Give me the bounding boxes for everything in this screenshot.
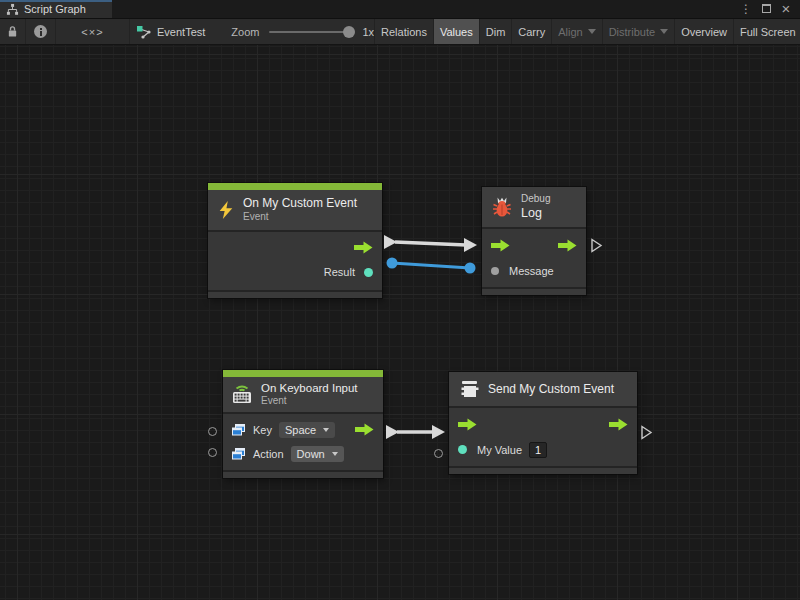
node-title: On Keyboard Input xyxy=(261,381,358,395)
action-port-label: Action xyxy=(253,448,284,460)
node-footer xyxy=(208,290,382,298)
toolbar-left-group: <×> xyxy=(0,19,130,44)
toolbar-button-align[interactable]: Align xyxy=(551,19,601,44)
node-category: Debug xyxy=(521,193,550,206)
toolbar-button-relations[interactable]: Relations xyxy=(374,19,433,44)
lock-icon xyxy=(7,25,18,38)
graph-name: EventTest xyxy=(157,26,205,38)
unconnected-input-indicator[interactable] xyxy=(434,449,443,458)
window-controls: ⋮ × xyxy=(739,0,800,18)
flow-output-port[interactable] xyxy=(609,418,628,431)
tab-script-graph[interactable]: Script Graph xyxy=(0,0,112,18)
dropdown-arrow-icon xyxy=(588,29,596,34)
my-value-label: My Value xyxy=(477,444,522,456)
graph-hierarchy-icon xyxy=(6,3,19,16)
my-value-port[interactable] xyxy=(458,445,467,454)
window-close-icon[interactable]: × xyxy=(779,3,793,15)
flow-output-port[interactable] xyxy=(355,423,374,436)
zoom-value: 1x xyxy=(362,26,374,38)
toolbar-button-distribute[interactable]: Distribute xyxy=(602,19,674,44)
toolbar-button-dim[interactable]: Dim xyxy=(479,19,512,44)
dropdown-arrow-icon xyxy=(332,452,338,456)
node-debug-log[interactable]: Debug Log Message xyxy=(482,187,586,295)
graph-nodes-icon xyxy=(136,25,152,39)
zoom-slider-handle[interactable] xyxy=(343,26,355,38)
graph-breadcrumb[interactable]: EventTest xyxy=(136,25,205,39)
script-graph-window: Script Graph ⋮ × <×> xyxy=(0,0,800,600)
active-tab-indicator xyxy=(0,0,112,2)
flow-output-port[interactable] xyxy=(354,241,373,254)
node-header: On My Custom Event Event xyxy=(208,190,382,232)
keyboard-icon xyxy=(231,383,253,405)
node-send-my-custom-event[interactable]: Send My Custom Event My Value 1 xyxy=(449,372,637,474)
node-footer xyxy=(223,470,383,478)
dropdown-arrow-icon xyxy=(660,29,668,34)
dropdown-arrow-icon xyxy=(323,428,329,432)
info-icon xyxy=(34,25,47,38)
node-subtitle: Event xyxy=(243,211,357,224)
node-footer xyxy=(449,466,637,474)
unconnected-flow-indicator[interactable] xyxy=(640,425,653,440)
zoom-slider[interactable] xyxy=(269,31,353,33)
graph-toolbar: <×> EventTest Zoom 1x Relations Values D… xyxy=(0,19,800,45)
result-port-label: Result xyxy=(324,266,355,278)
flow-output-port[interactable] xyxy=(558,239,577,252)
node-header: Debug Log xyxy=(482,187,586,229)
node-on-keyboard-input[interactable]: On Keyboard Input Event Key Space xyxy=(223,370,383,478)
node-on-my-custom-event[interactable]: On My Custom Event Event Result xyxy=(208,183,382,298)
node-body: My Value 1 xyxy=(449,408,637,466)
event-accent-bar xyxy=(208,183,382,190)
bug-icon xyxy=(491,195,513,219)
custom-event-icon xyxy=(458,378,480,400)
unconnected-input-indicator[interactable] xyxy=(208,427,217,436)
node-body: Result xyxy=(208,232,382,290)
toolbar-button-values[interactable]: Values xyxy=(433,19,479,44)
code-icon: <×> xyxy=(81,26,103,38)
node-header: On Keyboard Input Event xyxy=(223,377,383,414)
tab-bar: Script Graph ⋮ × xyxy=(0,0,800,19)
flow-input-port[interactable] xyxy=(491,239,510,252)
key-dropdown[interactable]: Space xyxy=(279,422,335,438)
message-value-port[interactable] xyxy=(491,267,499,275)
info-button[interactable] xyxy=(26,19,56,44)
toolbar-button-carry[interactable]: Carry xyxy=(511,19,551,44)
window-maximize-icon[interactable] xyxy=(759,3,773,15)
node-body: Message xyxy=(482,229,586,287)
message-port-label: Message xyxy=(509,265,554,277)
zoom-control: Zoom 1x xyxy=(231,26,374,38)
window-value-icon xyxy=(232,424,245,436)
unconnected-flow-indicator[interactable] xyxy=(590,238,603,253)
key-port-label: Key xyxy=(253,424,272,436)
window-value-icon xyxy=(232,448,245,460)
node-title: Send My Custom Event xyxy=(488,382,614,396)
window-menu-icon[interactable]: ⋮ xyxy=(739,3,753,15)
graph-canvas[interactable] xyxy=(0,45,800,600)
toolbar-button-overview[interactable]: Overview xyxy=(674,19,733,44)
event-accent-bar xyxy=(223,370,383,377)
my-value-input[interactable]: 1 xyxy=(529,442,547,458)
toolbar-button-fullscreen[interactable]: Full Screen xyxy=(733,19,800,44)
tab-title: Script Graph xyxy=(24,3,86,15)
node-footer xyxy=(482,287,586,295)
code-view-button[interactable]: <×> xyxy=(56,19,130,44)
result-value-port[interactable] xyxy=(364,268,373,277)
action-dropdown[interactable]: Down xyxy=(291,446,344,462)
zoom-label: Zoom xyxy=(231,26,259,38)
lightning-icon xyxy=(217,199,235,221)
unconnected-input-indicator[interactable] xyxy=(208,448,217,457)
toolbar-right-group: Relations Values Dim Carry Align Distrib… xyxy=(374,19,800,44)
node-subtitle: Event xyxy=(261,395,358,408)
node-header: Send My Custom Event xyxy=(449,372,637,408)
node-title: On My Custom Event xyxy=(243,196,357,211)
lock-button[interactable] xyxy=(0,19,26,44)
node-body: Key Space Action Dow xyxy=(223,414,383,470)
node-title: Log xyxy=(521,206,550,222)
flow-input-port[interactable] xyxy=(458,418,477,431)
